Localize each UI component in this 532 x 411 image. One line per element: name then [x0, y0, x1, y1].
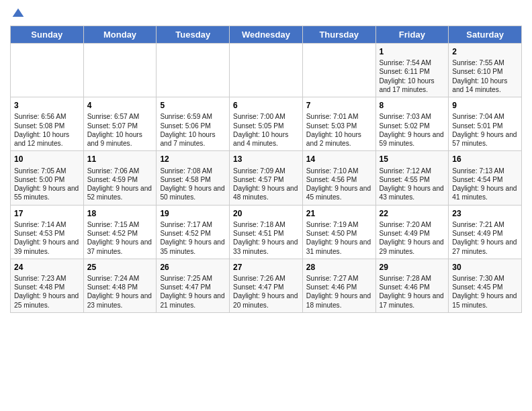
- day-info: Sunrise: 7:04 AM Sunset: 5:01 PM Dayligh…: [452, 112, 518, 148]
- day-info: Sunrise: 7:00 AM Sunset: 5:05 PM Dayligh…: [233, 112, 299, 148]
- calendar-cell: 5Sunrise: 6:59 AM Sunset: 5:06 PM Daylig…: [157, 97, 230, 151]
- calendar-cell: 6Sunrise: 7:00 AM Sunset: 5:05 PM Daylig…: [230, 97, 303, 151]
- calendar-cell: 20Sunrise: 7:18 AM Sunset: 4:51 PM Dayli…: [230, 205, 303, 259]
- calendar-header-saturday: Saturday: [449, 26, 522, 44]
- day-info: Sunrise: 7:13 AM Sunset: 4:54 PM Dayligh…: [452, 167, 518, 202]
- day-number: 11: [87, 154, 153, 165]
- day-number: 16: [452, 154, 518, 165]
- calendar-cell: [157, 44, 230, 97]
- calendar-cell: 3Sunrise: 6:56 AM Sunset: 5:08 PM Daylig…: [11, 97, 84, 151]
- day-number: 18: [87, 208, 153, 219]
- day-number: 14: [306, 154, 372, 165]
- day-number: 25: [87, 262, 153, 273]
- calendar-header-row: SundayMondayTuesdayWednesdayThursdayFrid…: [11, 26, 522, 44]
- svg-marker-0: [13, 9, 24, 17]
- day-info: Sunrise: 7:27 AM Sunset: 4:46 PM Dayligh…: [306, 274, 372, 310]
- day-number: 1: [380, 46, 445, 57]
- calendar-cell: 25Sunrise: 7:24 AM Sunset: 4:48 PM Dayli…: [83, 259, 157, 312]
- day-info: Sunrise: 7:19 AM Sunset: 4:50 PM Dayligh…: [306, 220, 372, 256]
- day-info: Sunrise: 7:55 AM Sunset: 6:10 PM Dayligh…: [452, 58, 518, 94]
- calendar-header-monday: Monday: [83, 26, 157, 44]
- day-number: 9: [452, 100, 518, 111]
- day-info: Sunrise: 6:59 AM Sunset: 5:06 PM Dayligh…: [160, 112, 226, 148]
- calendar-header-friday: Friday: [375, 26, 449, 44]
- day-info: Sunrise: 7:30 AM Sunset: 4:45 PM Dayligh…: [452, 274, 518, 310]
- logo: [10, 7, 25, 20]
- header: [10, 7, 522, 20]
- calendar-cell: 30Sunrise: 7:30 AM Sunset: 4:45 PM Dayli…: [449, 259, 522, 312]
- day-info: Sunrise: 6:56 AM Sunset: 5:08 PM Dayligh…: [14, 112, 80, 148]
- day-number: 5: [160, 100, 226, 111]
- day-info: Sunrise: 7:01 AM Sunset: 5:03 PM Dayligh…: [306, 112, 372, 148]
- calendar-header-tuesday: Tuesday: [157, 26, 230, 44]
- calendar-cell: 24Sunrise: 7:23 AM Sunset: 4:48 PM Dayli…: [11, 259, 84, 312]
- day-info: Sunrise: 7:15 AM Sunset: 4:52 PM Dayligh…: [87, 220, 153, 256]
- day-number: 23: [452, 208, 518, 219]
- calendar-cell: 10Sunrise: 7:05 AM Sunset: 5:00 PM Dayli…: [11, 151, 84, 205]
- day-number: 3: [14, 100, 80, 111]
- calendar-week-5: 24Sunrise: 7:23 AM Sunset: 4:48 PM Dayli…: [11, 259, 522, 312]
- calendar-cell: 29Sunrise: 7:28 AM Sunset: 4:46 PM Dayli…: [375, 259, 449, 312]
- day-info: Sunrise: 7:24 AM Sunset: 4:48 PM Dayligh…: [87, 274, 153, 310]
- calendar-cell: 4Sunrise: 6:57 AM Sunset: 5:07 PM Daylig…: [83, 97, 157, 151]
- calendar-cell: 16Sunrise: 7:13 AM Sunset: 4:54 PM Dayli…: [449, 151, 522, 205]
- day-number: 7: [306, 100, 372, 111]
- calendar-week-4: 17Sunrise: 7:14 AM Sunset: 4:53 PM Dayli…: [11, 205, 522, 259]
- day-number: 24: [14, 262, 80, 273]
- calendar-cell: 21Sunrise: 7:19 AM Sunset: 4:50 PM Dayli…: [302, 205, 375, 259]
- logo-icon: [11, 7, 25, 20]
- calendar-cell: 15Sunrise: 7:12 AM Sunset: 4:55 PM Dayli…: [375, 151, 449, 205]
- day-number: 29: [380, 262, 445, 273]
- day-info: Sunrise: 7:26 AM Sunset: 4:47 PM Dayligh…: [233, 274, 299, 310]
- day-number: 26: [160, 262, 226, 273]
- calendar-header-sunday: Sunday: [11, 26, 84, 44]
- day-info: Sunrise: 7:23 AM Sunset: 4:48 PM Dayligh…: [14, 274, 80, 310]
- day-number: 13: [233, 154, 299, 165]
- calendar-cell: 9Sunrise: 7:04 AM Sunset: 5:01 PM Daylig…: [449, 97, 522, 151]
- day-info: Sunrise: 7:25 AM Sunset: 4:47 PM Dayligh…: [160, 274, 226, 310]
- day-info: Sunrise: 7:12 AM Sunset: 4:55 PM Dayligh…: [380, 167, 445, 202]
- day-number: 6: [233, 100, 299, 111]
- day-info: Sunrise: 6:57 AM Sunset: 5:07 PM Dayligh…: [87, 112, 153, 148]
- day-number: 10: [14, 154, 80, 165]
- calendar-cell: 1Sunrise: 7:54 AM Sunset: 6:11 PM Daylig…: [375, 44, 449, 97]
- calendar-cell: 28Sunrise: 7:27 AM Sunset: 4:46 PM Dayli…: [302, 259, 375, 312]
- calendar-cell: 18Sunrise: 7:15 AM Sunset: 4:52 PM Dayli…: [83, 205, 157, 259]
- calendar-table: SundayMondayTuesdayWednesdayThursdayFrid…: [10, 26, 522, 313]
- day-info: Sunrise: 7:06 AM Sunset: 4:59 PM Dayligh…: [87, 167, 153, 202]
- day-info: Sunrise: 7:20 AM Sunset: 4:49 PM Dayligh…: [380, 220, 445, 256]
- day-info: Sunrise: 7:05 AM Sunset: 5:00 PM Dayligh…: [14, 167, 80, 202]
- calendar-cell: 2Sunrise: 7:55 AM Sunset: 6:10 PM Daylig…: [449, 44, 522, 97]
- day-number: 12: [160, 154, 226, 165]
- calendar-week-1: 1Sunrise: 7:54 AM Sunset: 6:11 PM Daylig…: [11, 44, 522, 97]
- day-number: 17: [14, 208, 80, 219]
- calendar-cell: [83, 44, 157, 97]
- day-info: Sunrise: 7:14 AM Sunset: 4:53 PM Dayligh…: [14, 220, 80, 256]
- calendar-cell: 27Sunrise: 7:26 AM Sunset: 4:47 PM Dayli…: [230, 259, 303, 312]
- day-info: Sunrise: 7:17 AM Sunset: 4:52 PM Dayligh…: [160, 220, 226, 256]
- calendar-cell: 17Sunrise: 7:14 AM Sunset: 4:53 PM Dayli…: [11, 205, 84, 259]
- calendar-cell: 7Sunrise: 7:01 AM Sunset: 5:03 PM Daylig…: [302, 97, 375, 151]
- calendar-cell: [230, 44, 303, 97]
- day-number: 2: [452, 46, 518, 57]
- day-info: Sunrise: 7:18 AM Sunset: 4:51 PM Dayligh…: [233, 220, 299, 256]
- day-info: Sunrise: 7:10 AM Sunset: 4:56 PM Dayligh…: [306, 167, 372, 202]
- day-number: 20: [233, 208, 299, 219]
- day-number: 28: [306, 262, 372, 273]
- day-info: Sunrise: 7:21 AM Sunset: 4:49 PM Dayligh…: [452, 220, 518, 256]
- page: SundayMondayTuesdayWednesdayThursdayFrid…: [0, 0, 532, 411]
- day-info: Sunrise: 7:54 AM Sunset: 6:11 PM Dayligh…: [380, 58, 445, 94]
- day-number: 27: [233, 262, 299, 273]
- calendar-cell: 12Sunrise: 7:08 AM Sunset: 4:58 PM Dayli…: [157, 151, 230, 205]
- calendar-week-3: 10Sunrise: 7:05 AM Sunset: 5:00 PM Dayli…: [11, 151, 522, 205]
- day-number: 8: [380, 100, 445, 111]
- calendar-cell: 22Sunrise: 7:20 AM Sunset: 4:49 PM Dayli…: [375, 205, 449, 259]
- day-number: 21: [306, 208, 372, 219]
- day-number: 30: [452, 262, 518, 273]
- calendar-cell: 11Sunrise: 7:06 AM Sunset: 4:59 PM Dayli…: [83, 151, 157, 205]
- day-number: 22: [380, 208, 445, 219]
- day-info: Sunrise: 7:03 AM Sunset: 5:02 PM Dayligh…: [380, 112, 445, 148]
- day-info: Sunrise: 7:28 AM Sunset: 4:46 PM Dayligh…: [380, 274, 445, 310]
- day-info: Sunrise: 7:08 AM Sunset: 4:58 PM Dayligh…: [160, 167, 226, 202]
- calendar-cell: [302, 44, 375, 97]
